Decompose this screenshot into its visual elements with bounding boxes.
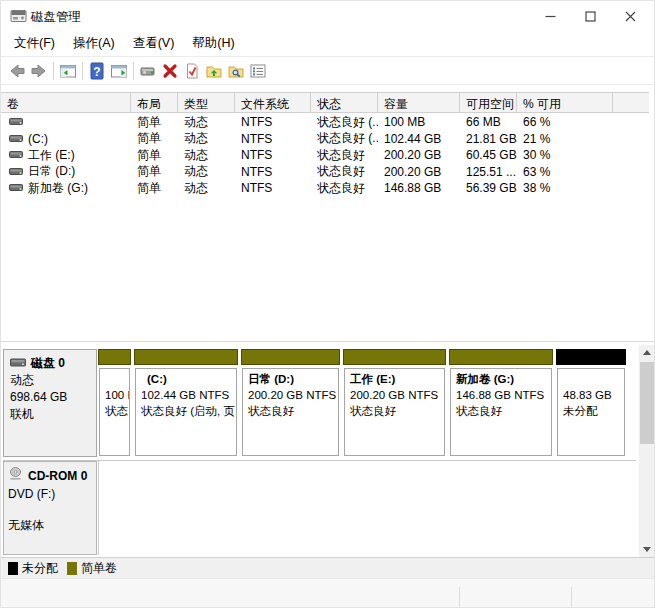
menu-action[interactable]: 操作(A) <box>64 31 124 56</box>
legend-simple-volume: 简单卷 <box>67 560 117 577</box>
column-capacity[interactable]: 容量 <box>378 93 460 112</box>
column-layout[interactable]: 布局 <box>131 93 178 112</box>
volume-icon <box>9 181 23 195</box>
help-icon[interactable]: ? <box>86 60 108 82</box>
cell-type: 动态 <box>178 114 235 131</box>
partition-name: 新加卷 (G:) <box>456 371 551 387</box>
volume-table-body: 简单 动态 NTFS 状态良好 (... 100 MB 66 MB 66 % (… <box>1 114 649 197</box>
column-empty <box>613 93 649 112</box>
cdrom-name: CD-ROM 0 <box>28 468 87 485</box>
cell-free: 56.39 GB <box>460 181 517 195</box>
cell-pct-free: 63 % <box>517 165 613 179</box>
partition-name: 工作 (E:) <box>350 371 444 387</box>
cell-filesystem: NTFS <box>235 165 311 179</box>
cell-type: 动态 <box>178 163 235 180</box>
menu-help[interactable]: 帮助(H) <box>183 31 243 56</box>
table-row[interactable]: (C:) 简单 动态 NTFS 状态良好 (... 102.44 GB 21.8… <box>1 131 649 148</box>
graphical-pane-scrollbar[interactable] <box>639 345 655 557</box>
cdrom-area-divider <box>98 461 99 555</box>
partition-status: 状态良好 <box>248 403 338 419</box>
cell-filesystem: NTFS <box>235 132 311 146</box>
scroll-down-icon[interactable] <box>639 542 655 557</box>
disk-management-app-icon <box>10 8 27 27</box>
partition-info: 100 MB <box>105 387 129 403</box>
simple-volume-bar <box>343 349 446 365</box>
partition-system[interactable]: 100 MB 状态良好 <box>98 349 131 457</box>
simple-volume-bar <box>449 349 553 365</box>
minimize-icon[interactable] <box>530 1 570 31</box>
toolbar-separator <box>133 62 134 80</box>
cell-type: 动态 <box>178 147 235 164</box>
cell-status: 状态良好 <box>311 180 378 197</box>
cell-filesystem: NTFS <box>235 181 311 195</box>
partition-info: 146.88 GB NTFS <box>456 387 551 403</box>
mark-active-icon[interactable] <box>181 60 203 82</box>
cell-capacity: 200.20 GB <box>378 148 460 162</box>
cell-pct-free: 66 % <box>517 115 613 129</box>
disk0-panel[interactable]: 磁盘 0 动态 698.64 GB 联机 <box>3 349 97 457</box>
column-pct-free[interactable]: % 可用 <box>517 93 613 112</box>
cell-capacity: 102.44 GB <box>378 132 460 146</box>
forward-icon[interactable] <box>28 60 50 82</box>
table-row[interactable]: 日常 (D:) 简单 动态 NTFS 状态良好 200.20 GB 125.51… <box>1 164 649 181</box>
column-volume[interactable]: 卷 <box>1 93 131 112</box>
toolbar-separator <box>82 62 83 80</box>
column-free-space[interactable]: 可用空间 <box>460 93 517 112</box>
status-strip <box>1 578 654 608</box>
partition-name: 日常 (D:) <box>248 371 338 387</box>
column-type[interactable]: 类型 <box>178 93 235 112</box>
disk-management-window: 磁盘管理 文件(F) 操作(A) 查看(V) 帮助(H) <box>0 0 655 608</box>
column-filesystem[interactable]: 文件系统 <box>235 93 311 112</box>
window-title: 磁盘管理 <box>31 9 81 26</box>
cell-free: 60.45 GB <box>460 148 517 162</box>
table-row[interactable]: 简单 动态 NTFS 状态良好 (... 100 MB 66 MB 66 % <box>1 114 649 131</box>
cell-filesystem: NTFS <box>235 148 311 162</box>
scroll-up-icon[interactable] <box>639 345 655 360</box>
cell-layout: 简单 <box>131 180 178 197</box>
cell-status: 状态良好 (... <box>311 130 378 147</box>
delete-volume-icon[interactable] <box>159 60 181 82</box>
table-row[interactable]: 新加卷 (G:) 简单 动态 NTFS 状态良好 146.88 GB 56.39… <box>1 180 649 197</box>
cell-capacity: 200.20 GB <box>378 165 460 179</box>
table-row[interactable]: 工作 (E:) 简单 动态 NTFS 状态良好 200.20 GB 60.45 … <box>1 147 649 164</box>
legend-unallocated-label: 未分配 <box>22 560 58 577</box>
legend-simple-label: 简单卷 <box>81 560 117 577</box>
partition-info: 102.44 GB NTFS <box>141 387 236 403</box>
cell-layout: 简单 <box>131 114 178 131</box>
partition-name: (C:) <box>141 371 236 387</box>
partition-e[interactable]: 工作 (E:) 200.20 GB NTFS 状态良好 <box>343 349 446 457</box>
partition-g[interactable]: 新加卷 (G:) 146.88 GB NTFS 状态良好 <box>449 349 553 457</box>
partition-d[interactable]: 日常 (D:) 200.20 GB NTFS 状态良好 <box>241 349 340 457</box>
partition-unallocated[interactable]: 48.83 GB 未分配 <box>556 349 626 457</box>
partition-info: 200.20 GB NTFS <box>248 387 338 403</box>
menu-view[interactable]: 查看(V) <box>124 31 184 56</box>
maximize-icon[interactable] <box>570 1 610 31</box>
disk0-status: 联机 <box>10 406 96 423</box>
volume-icon <box>9 115 23 129</box>
back-icon[interactable] <box>6 60 28 82</box>
cdrom-panel[interactable]: CD-ROM 0 DVD (F:) 无媒体 <box>3 461 97 555</box>
show-console-tree-icon[interactable] <box>57 60 79 82</box>
status-strip-divider <box>459 587 460 608</box>
disk0-size: 698.64 GB <box>10 389 96 406</box>
close-icon[interactable] <box>610 1 650 31</box>
toolbar: ? <box>1 58 654 85</box>
details-icon[interactable] <box>247 60 269 82</box>
explore-folder-icon[interactable] <box>225 60 247 82</box>
cell-free: 66 MB <box>460 115 517 129</box>
simple-volume-bar <box>134 349 238 365</box>
show-action-pane-icon[interactable] <box>108 60 130 82</box>
cell-pct-free: 21 % <box>517 132 613 146</box>
scrollbar-thumb[interactable] <box>640 362 654 444</box>
pane-divider <box>1 341 654 342</box>
cell-pct-free: 38 % <box>517 181 613 195</box>
menu-file[interactable]: 文件(F) <box>5 31 64 56</box>
cell-capacity: 146.88 GB <box>378 181 460 195</box>
cell-capacity: 100 MB <box>378 115 460 129</box>
open-folder-icon[interactable] <box>203 60 225 82</box>
partition-c[interactable]: (C:) 102.44 GB NTFS 状态良好 (启动, 页 <box>134 349 238 457</box>
column-status[interactable]: 状态 <box>311 93 378 112</box>
rescan-disks-icon[interactable] <box>137 60 159 82</box>
disk-icon <box>10 355 26 372</box>
volume-icon <box>9 148 23 162</box>
